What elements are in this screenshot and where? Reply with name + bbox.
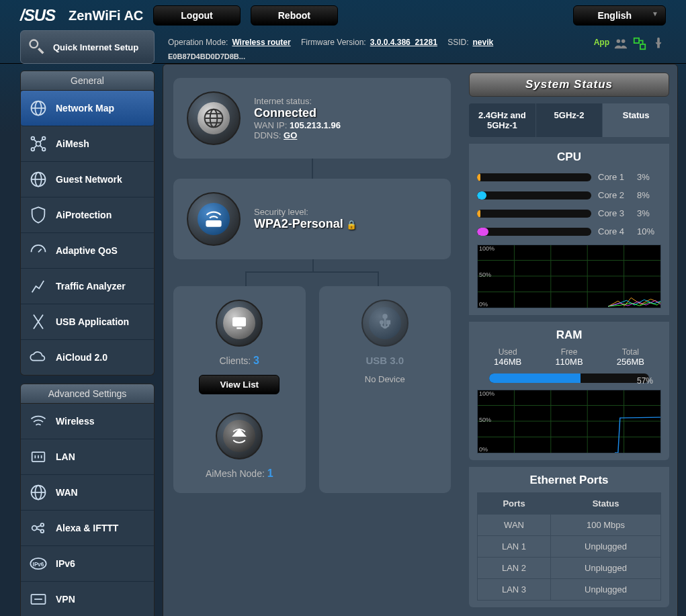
cpu-bar [477,191,591,200]
status-tabs: 2.4GHz and 5GHz-1 5GHz-2 Status [469,103,669,137]
logout-button[interactable]: Logout [153,5,240,26]
ram-panel: RAM Used146MB Free110MB Total256MB 57% 1… [469,322,669,460]
quick-internet-setup[interactable]: Quick Internet Setup [20,30,155,64]
system-status-header: System Status [469,73,669,97]
ram-pct: 57% [637,376,653,386]
ethernet-table: PortsStatus WAN100 MbpsLAN 1UnpluggedLAN… [477,492,661,601]
internet-status-label: Internet status: [254,96,341,106]
nav-aiprotection[interactable]: AiProtection [21,197,154,233]
nav-label: AiMesh [56,138,89,149]
nav-alexa-ifttt[interactable]: Alexa & IFTTT [21,511,154,546]
eth-port: LAN 3 [478,579,551,601]
cloud-icon [29,348,48,367]
cpu-core-row: Core 410% [477,226,661,236]
mesh-icon [29,134,48,153]
security-level: WPA2-Personal [254,217,343,230]
opmode-link[interactable]: Wireless router [232,38,290,47]
eth-status: 100 Mbps [551,515,661,536]
nav-label: Adaptive QoS [56,245,118,256]
nav-aicloud[interactable]: AiCloud 2.0 [21,340,154,375]
opmode-label: Operation Mode: [168,38,228,47]
usb-icon[interactable] [651,36,666,48]
tab-24-5ghz1[interactable]: 2.4GHz and 5GHz-1 [469,103,536,137]
lan-icon [29,447,48,466]
eth-row: LAN 2Unplugged [478,558,661,579]
internet-status: Connected [254,106,341,120]
svg-rect-28 [237,327,243,329]
nav-label: Alexa & IFTTT [56,523,118,533]
ram-free-label: Free [555,347,583,357]
core-label: Core 2 [598,190,630,200]
nav-wan[interactable]: WAN [21,475,154,511]
nav-wireless[interactable]: Wireless [21,404,154,439]
nav-network-map[interactable]: Network Map [21,91,154,126]
aimesh-node-icon [216,412,263,459]
clients-card[interactable]: Clients: 3 View List AiMesh Node: 1 [173,286,306,493]
reboot-button[interactable]: Reboot [251,5,338,26]
brand-logo: /SUS [20,6,55,25]
svg-point-5 [30,40,38,48]
nav-guest-network[interactable]: Guest Network [21,162,154,197]
nav-aimesh[interactable]: AiMesh [21,126,154,162]
security-card[interactable]: Security level: WPA2-Personal🔒 [173,179,451,259]
nav-label: VPN [56,594,75,605]
nav-usb-application[interactable]: USB Application [21,304,154,340]
svg-rect-31 [387,321,390,324]
nav-vpn[interactable]: VPN [21,582,154,616]
ssid-link[interactable]: nevik [473,38,494,47]
network-icon[interactable] [632,36,647,48]
svg-point-29 [383,315,386,318]
view-list-button[interactable]: View List [199,375,280,394]
svg-point-12 [42,148,46,151]
eth-ports-hdr: Ports [478,493,551,515]
ram-used-label: Used [494,347,521,357]
ddns-link[interactable]: GO [284,130,297,140]
ipv6-icon: IPv6 [29,554,48,573]
cpu-core-row: Core 28% [477,190,661,200]
nav-label: AiProtection [56,210,112,220]
internet-icon [187,91,241,145]
svg-point-20 [41,529,44,533]
advanced-header: Advanced Settings [20,384,155,404]
mac-address: E0B87D4BD0D7D8B... [168,52,666,60]
svg-rect-3 [640,44,645,49]
wan-icon [29,483,48,502]
nav-adaptive-qos[interactable]: Adaptive QoS [21,233,154,269]
nav-label: Traffic Analyzer [56,281,126,292]
core-label: Core 4 [598,226,630,236]
gear-wrench-icon [28,38,46,56]
eth-status: Unplugged [551,536,661,558]
users-icon[interactable] [613,36,628,48]
language-select[interactable]: English [573,5,666,26]
nav-label: WAN [56,487,78,498]
chart-icon [29,277,48,296]
fw-link[interactable]: 3.0.0.4.386_21281 [370,38,437,47]
core-label: Core 1 [598,172,630,182]
cpu-core-row: Core 13% [477,172,661,182]
nav-lan[interactable]: LAN [21,439,154,475]
app-link[interactable]: App [594,38,609,47]
tab-status[interactable]: Status [603,103,669,137]
ram-bar [489,373,649,383]
nav-label: Guest Network [56,174,122,185]
status-column: System Status 2.4GHz and 5GHz-1 5GHz-2 S… [469,64,677,616]
usb-card[interactable]: USB 3.0 No Device [319,286,452,493]
clients-icon [216,300,263,347]
nav-traffic-analyzer[interactable]: Traffic Analyzer [21,269,154,304]
general-header: General [20,71,155,91]
router-icon [187,192,241,246]
map-column: Internet status: Connected WAN IP: 105.2… [163,64,461,616]
security-label: Security level: [254,207,357,217]
cpu-core-row: Core 33% [477,208,661,218]
nav-ipv6[interactable]: IPv6IPv6 [21,546,154,582]
wifi-icon [29,412,48,431]
usb-app-icon [29,312,48,331]
tab-5ghz2[interactable]: 5GHz-2 [536,103,603,137]
svg-point-9 [32,137,35,140]
internet-card[interactable]: Internet status: Connected WAN IP: 105.2… [173,78,451,159]
qis-label: Quick Internet Setup [53,42,138,52]
eth-port: WAN [478,515,551,536]
cpu-bar [477,228,591,236]
svg-point-18 [32,526,37,531]
usb-status: No Device [365,374,405,384]
